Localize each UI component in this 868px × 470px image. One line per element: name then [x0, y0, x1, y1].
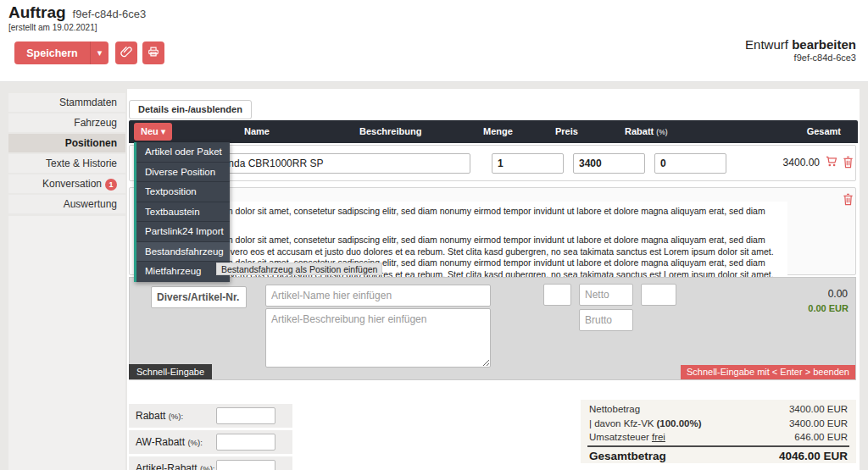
print-button[interactable] [142, 41, 164, 64]
aw-rabatt-percent-input[interactable] [216, 434, 275, 451]
sidebar-background [8, 216, 125, 470]
status-text: Entwurf bearbeiten [745, 37, 856, 52]
summary-row-total: Gesamtbetrag 4046.00 EUR [581, 447, 856, 465]
label-text: AW-Rabatt [136, 436, 185, 448]
sidebar-item-fahrzeug[interactable]: Fahrzeug [8, 113, 125, 132]
ust-value: 646.00 EUR [794, 430, 848, 445]
kfz-label: | davon Kfz-VK(100.00%) [589, 417, 702, 431]
netto-input[interactable] [579, 284, 633, 306]
sidebar-item-label: Konversation [42, 178, 102, 190]
sidebar-item-positionen[interactable]: Positionen [8, 134, 125, 152]
position-total: 3400.00 [783, 157, 820, 169]
kfz-percent: (100.00%) [657, 418, 702, 429]
position-rabatt-input[interactable] [654, 153, 726, 174]
delete-description-icon[interactable] [843, 193, 854, 206]
status-prefix: Entwurf [745, 37, 788, 52]
artikel-name-input[interactable] [265, 285, 491, 307]
artikel-nr-input[interactable] [151, 286, 247, 308]
position-menge-input[interactable] [492, 153, 564, 174]
artikel-rabatt-label: Artikel-Rabatt (%): [136, 456, 214, 470]
sidebar-item-texte-historie[interactable]: Texte & Historie [8, 154, 125, 173]
new-position-button[interactable]: Neu ▾ [134, 123, 172, 141]
order-id: f9ef-c84d-6ce3 [73, 8, 147, 20]
netto-label: Nettobetrag [589, 402, 640, 417]
menu-item-bestandsfahrzeug[interactable]: Bestandsfahrzeug [136, 242, 230, 263]
bestandsfahrzeug-tooltip: Bestandsfahrzeug als Position einfügen [216, 263, 382, 275]
aw-rabatt-label: AW-Rabatt (%): [136, 430, 203, 455]
summary-row-ust: Umsatzsteuerfrei 646.00 EUR [581, 430, 856, 445]
brutto-input[interactable] [579, 309, 633, 331]
column-header-gesamt: Gesamt [807, 120, 841, 143]
sidebar-item-stammdaten[interactable]: Stammdaten [8, 93, 125, 112]
column-header-rabatt: Rabatt (%) [625, 120, 668, 143]
attachment-button[interactable] [115, 41, 137, 64]
column-header-name: Name [244, 120, 270, 143]
menu-item-textbaustein[interactable]: Textbaustein [136, 202, 230, 223]
menu-item-diverse-position[interactable]: Diverse Position [136, 163, 230, 183]
description-paragraph: Lorem ipsum dolor sit amet, consetetur s… [181, 206, 780, 229]
status-edit-action[interactable]: bearbeiten [792, 37, 856, 52]
column-header-rabatt-suffix: (%) [656, 128, 667, 136]
gesamtbetrag-value: 4046.00 EUR [779, 447, 848, 465]
kfz-value: 3400.00 EUR [789, 417, 848, 431]
sidebar: Stammdaten Fahrzeug Positionen Texte & H… [8, 93, 125, 215]
rabatt-percent-input[interactable] [216, 407, 275, 424]
gesamtbetrag-label: Gesamtbetrag [589, 447, 666, 465]
menu-item-textposition[interactable]: Textposition [136, 182, 230, 202]
sidebar-item-label: Auswertung [64, 198, 117, 210]
cart-icon[interactable] [826, 156, 837, 169]
sidebar-item-auswertung[interactable]: Auswertung [8, 195, 125, 213]
discount-row: Artikel-Rabatt (%): [129, 456, 292, 470]
artikel-beschreibung-input[interactable] [265, 308, 491, 368]
column-header-preis: Preis [555, 120, 578, 143]
column-header-rabatt-label: Rabatt [625, 126, 654, 136]
sidebar-item-konversation[interactable]: Konversation1 [8, 174, 125, 193]
sidebar-item-label: Stammdaten [59, 97, 117, 108]
status-order-id: f9ef-c84d-6ce3 [745, 53, 856, 63]
details-toggle-button[interactable]: Details ein-/ausblenden [129, 100, 252, 119]
ust-label: Umsatzsteuerfrei [589, 430, 665, 445]
rabatt-label: Rabatt (%): [136, 404, 183, 429]
kfz-label-text: | davon Kfz-VK [589, 418, 654, 429]
chevron-down-icon: ▾ [97, 47, 103, 58]
save-button[interactable]: Speichern [14, 41, 90, 64]
page-title: Auftrag [8, 3, 66, 22]
summary-row-netto: Nettobetrag 3400.00 EUR [581, 402, 856, 417]
printer-icon [147, 46, 159, 60]
summary-row-kfz: | davon Kfz-VK(100.00%) 3400.00 EUR [581, 417, 856, 431]
title-row: Auftrag f9ef-c84d-6ce3 [8, 3, 146, 22]
chevron-down-icon: ▾ [161, 126, 166, 136]
new-position-menu: Artikel oder Paket Diverse Position Text… [134, 142, 230, 282]
artikel-rabatt-percent-input[interactable] [216, 460, 275, 470]
conversation-count-badge: 1 [105, 179, 117, 191]
delete-position-icon[interactable] [843, 156, 854, 169]
discount-row: Rabatt (%): [129, 404, 292, 428]
quick-entry-hint-badge: Schnell-Eingabe mit < Enter > beenden [681, 365, 855, 379]
save-dropdown-button[interactable]: ▾ [90, 41, 108, 64]
created-date: [erstellt am 19.02.2021] [8, 23, 97, 32]
menu-item-partslink24-import[interactable]: Partslink24 Import [136, 222, 230, 242]
header-band: Auftrag f9ef-c84d-6ce3 [erstellt am 19.0… [0, 0, 868, 82]
label-suffix: (%): [169, 412, 183, 421]
rabatt-quick-input[interactable] [641, 284, 676, 306]
status: Entwurf bearbeiten f9ef-c84d-6ce3 [745, 37, 856, 63]
label-text: Rabatt [136, 410, 165, 422]
sidebar-item-label: Positionen [65, 137, 117, 149]
netto-value: 3400.00 EUR [789, 402, 848, 417]
discount-row: AW-Rabatt (%): [129, 430, 292, 454]
quantity-input[interactable] [543, 284, 571, 306]
paperclip-icon [120, 46, 132, 60]
label-text: Artikel-Rabatt [136, 462, 198, 470]
label-suffix: (%): [187, 438, 202, 447]
sidebar-item-label: Fahrzeug [74, 117, 117, 129]
column-header-beschreibung: Beschreibung [359, 120, 421, 143]
totals-summary: Nettobetrag 3400.00 EUR | davon Kfz-VK(1… [581, 400, 856, 463]
ust-frei-link[interactable]: frei [652, 432, 665, 442]
new-button-label: Neu [141, 126, 159, 136]
quick-entry-toggle[interactable]: Schnell-Eingabe [129, 364, 212, 379]
column-header-menge: Menge [483, 120, 513, 143]
label-suffix: (%): [200, 464, 214, 470]
position-preis-input[interactable] [573, 153, 645, 174]
menu-item-artikel-oder-paket[interactable]: Artikel oder Paket [136, 142, 230, 163]
ust-label-text: Umsatzsteuer [589, 432, 649, 442]
